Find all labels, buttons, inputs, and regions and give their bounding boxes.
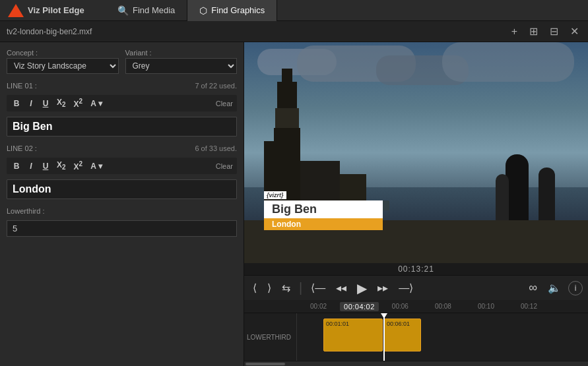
top-bar: Viz Pilot Edge 🔍 Find Media ⬡ Find Graph… — [0, 0, 588, 21]
line2-italic-button[interactable]: I — [25, 161, 37, 171]
line2-count: 6 of 33 used. — [195, 144, 237, 152]
export-button[interactable]: ⊟ — [547, 24, 561, 39]
step-back-button[interactable]: ◂◂ — [333, 280, 350, 295]
filename: tv2-london-big-ben2.mxf — [7, 27, 92, 36]
lowerthird-location: London — [264, 218, 383, 230]
ruler-mark-6: 00:12 — [507, 303, 550, 310]
line1-font-button[interactable]: A ▾ — [88, 98, 105, 109]
prev-edit-button[interactable]: ⟨ — [249, 280, 260, 295]
timeline-scrollbar[interactable] — [244, 361, 588, 366]
line1-underline-button[interactable]: U — [40, 98, 51, 109]
playhead[interactable] — [383, 313, 385, 361]
line2-clear-button[interactable]: Clear — [216, 162, 233, 170]
export-icon: ⊟ — [550, 26, 558, 37]
concept-select[interactable]: Viz Story Landscape — [7, 58, 119, 74]
line2-sub-button[interactable]: X2 — [54, 160, 69, 171]
line1-label: LINE 01 : — [7, 82, 37, 90]
add-button[interactable]: + — [509, 24, 520, 39]
ruler-mark-3: 00:06 — [379, 303, 422, 310]
left-panel: Concept : Viz Story Landscape Variant : … — [0, 42, 244, 366]
line2-toolbar: B I U X2 X2 A ▾ Clear — [7, 158, 237, 174]
timeline-tracks: LOWERTHIRD 00:01:01 00:06:01 — [244, 313, 588, 361]
line1-italic-button[interactable]: I — [25, 98, 37, 109]
concept-group: Concept : Viz Story Landscape — [7, 49, 119, 74]
loop-button[interactable]: ∞ — [525, 280, 540, 296]
concept-variant-row: Concept : Viz Story Landscape Variant : … — [7, 49, 237, 74]
lowerthird-name: Big Ben — [264, 200, 383, 218]
line1-input[interactable] — [7, 117, 237, 137]
main-layout: Concept : Viz Story Landscape Variant : … — [0, 42, 588, 366]
scrollbar-thumb[interactable] — [245, 363, 285, 365]
line2-sup-button[interactable]: X2 — [71, 160, 86, 172]
play-button[interactable]: ▶ — [354, 279, 370, 297]
line2-bold-button[interactable]: B — [11, 161, 22, 171]
tab-find-media[interactable]: 🔍 Find Media — [106, 0, 187, 21]
timeline-clip-1[interactable]: 00:01:01 — [323, 319, 383, 351]
save-button[interactable]: ⊞ — [527, 24, 540, 39]
timeline-area: 00:02 00:04:02 00:06 00:08 00:10 00:12 L… — [244, 300, 588, 366]
close-button[interactable]: ✕ — [568, 24, 581, 39]
ruler-current-time: 00:04:02 — [340, 302, 379, 311]
timeline-clip-2[interactable]: 00:06:01 — [384, 319, 421, 351]
variant-label: Variant : — [125, 49, 238, 57]
go-end-button[interactable]: —⟩ — [395, 280, 416, 295]
line2-font-button[interactable]: A ▾ — [88, 161, 105, 171]
video-preview: {vizrt} Big Ben London — [244, 42, 588, 263]
clip2-time: 00:06:01 — [385, 319, 420, 328]
bigben-top-spire — [277, 82, 297, 108]
lowerthird-header: Lowerthird : — [7, 207, 237, 215]
find-media-icon: 🔍 — [117, 5, 129, 16]
concept-label: Concept : — [7, 49, 119, 57]
line1-header: LINE 01 : 7 of 22 used. — [7, 82, 237, 90]
line1-sub-button[interactable]: X2 — [54, 97, 69, 109]
line1-clear-button[interactable]: Clear — [216, 100, 233, 107]
lowerthird-input[interactable] — [7, 220, 237, 237]
line1-count: 7 of 22 used. — [195, 82, 237, 90]
clip1-time: 00:01:01 — [324, 319, 382, 328]
ruler-mark-5: 00:10 — [465, 303, 507, 310]
variant-group: Variant : Grey — [125, 49, 238, 74]
title-bar: tv2-london-big-ben2.mxf + ⊞ ⊟ ✕ — [0, 21, 588, 42]
tab-find-media-label: Find Media — [133, 5, 175, 15]
titlebar-actions: + ⊞ ⊟ ✕ — [509, 24, 581, 39]
info-button[interactable]: i — [568, 281, 583, 295]
timeline-ruler: 00:02 00:04:02 00:06 00:08 00:10 00:12 — [244, 300, 588, 313]
find-graphics-icon: ⬡ — [199, 5, 207, 16]
vizrt-label: {vizrt} — [264, 191, 286, 199]
tab-find-graphics[interactable]: ⬡ Find Graphics — [187, 0, 277, 21]
bigben-clock-section — [275, 108, 299, 128]
tab-find-graphics-label: Find Graphics — [211, 5, 265, 15]
person-far-right — [539, 168, 555, 220]
right-panel: {vizrt} Big Ben London 00:13:21 ⟨ ⟩ ⇆ | … — [244, 42, 588, 366]
logo-icon — [8, 4, 24, 17]
video-background: {vizrt} Big Ben London — [244, 42, 588, 263]
person-right — [506, 154, 529, 220]
track-label: LOWERTHIRD — [244, 313, 297, 361]
vizrt-badge: {vizrt} — [264, 191, 383, 199]
lowerthird-label: Lowerthird : — [7, 207, 44, 215]
logo-area: Viz Pilot Edge — [0, 4, 106, 17]
logo-text: Viz Pilot Edge — [28, 5, 84, 15]
mute-button[interactable]: 🔈 — [544, 280, 564, 295]
save-icon: ⊞ — [529, 26, 538, 37]
next-edit-button[interactable]: ⟩ — [264, 280, 275, 295]
line1-sup-button[interactable]: X2 — [71, 97, 86, 109]
line2-input[interactable] — [7, 179, 237, 199]
line2-header: LINE 02 : 6 of 33 used. — [7, 144, 237, 152]
variant-select[interactable]: Grey — [125, 58, 238, 74]
transport-separator-1: | — [299, 280, 302, 295]
line1-toolbar: B I U X2 X2 A ▾ Clear — [7, 95, 237, 111]
track-content: 00:01:01 00:06:01 — [297, 313, 588, 361]
step-fwd-button[interactable]: ▸▸ — [374, 280, 391, 295]
transport-bar: ⟨ ⟩ ⇆ | ⟨— ◂◂ ▶ ▸▸ —⟩ ∞ 🔈 i — [244, 275, 588, 300]
lowerthird-overlay: {vizrt} Big Ben London — [264, 191, 383, 230]
line1-bold-button[interactable]: B — [11, 98, 22, 109]
line2-underline-button[interactable]: U — [40, 161, 51, 171]
ruler-mark-4: 00:08 — [422, 303, 465, 310]
bigben-spire-tip — [282, 69, 292, 82]
timecode: 00:13:21 — [398, 264, 434, 274]
line2-label: LINE 02 : — [7, 144, 37, 152]
overwrite-button[interactable]: ⇆ — [278, 280, 294, 295]
timecode-bar: 00:13:21 — [244, 263, 588, 275]
go-start-button[interactable]: ⟨— — [308, 280, 329, 295]
